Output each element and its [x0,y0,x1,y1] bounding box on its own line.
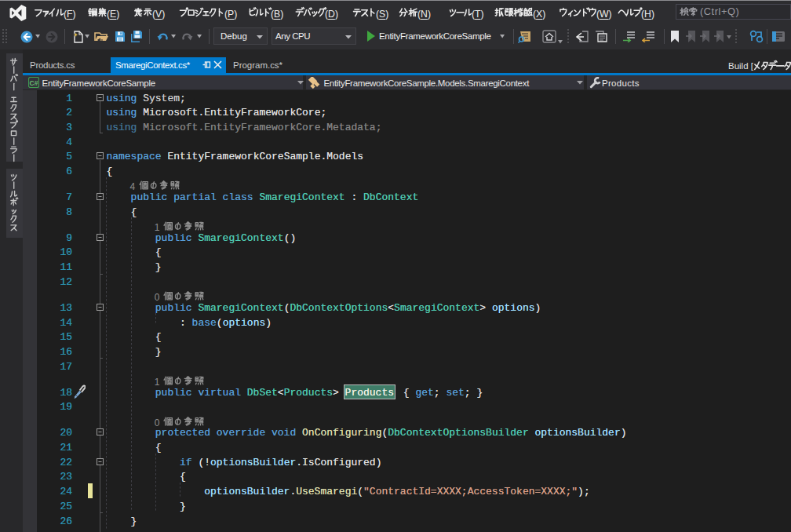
svg-text:C#: C# [30,79,38,87]
